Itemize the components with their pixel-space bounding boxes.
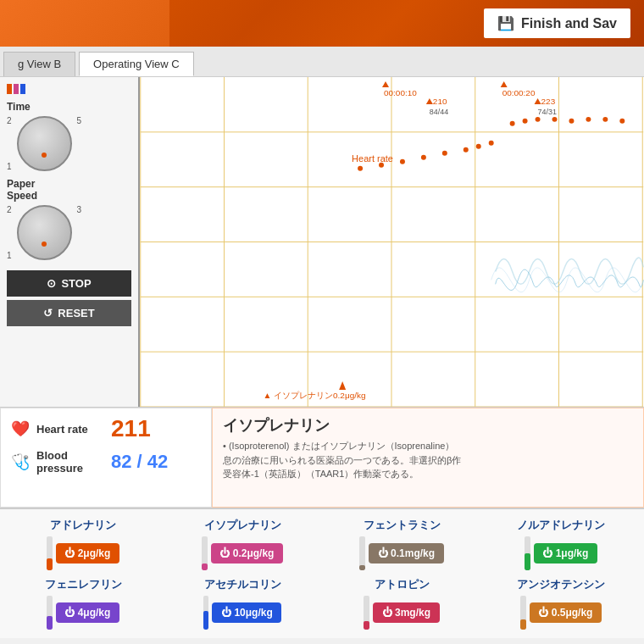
paper-speed-knob-dot <box>42 242 47 247</box>
finish-save-button[interactable]: 💾 Finish and Sav <box>484 8 630 38</box>
info-section: ❤️ Heart rate 211 🩺 Bloodpressure 82 / 4… <box>0 408 644 509</box>
svg-point-28 <box>442 151 447 156</box>
svg-text:00:00:10: 00:00:10 <box>384 88 417 97</box>
drug-info-panel: イソプレナリン • (Isoproterenol) またはイソプレナリン（Iso… <box>212 408 644 508</box>
drug-button-1[interactable]: ⏻ 0.2μg/kg <box>211 543 283 564</box>
tab-view-b[interactable]: g View B <box>3 52 75 76</box>
svg-text:00:00:20: 00:00:20 <box>502 88 536 97</box>
svg-text:223: 223 <box>541 97 556 106</box>
tab-view-c[interactable]: Operating View C <box>79 52 194 76</box>
gauge-fill-2 <box>359 565 365 570</box>
drug-button-0[interactable]: ⏻ 2μg/kg <box>56 543 119 564</box>
svg-marker-20 <box>535 98 541 104</box>
heart-rate-value: 211 <box>111 415 151 442</box>
drug-item-3: ノルアドレナリン⏻ 1μg/kg <box>485 518 637 570</box>
svg-marker-13 <box>382 81 389 87</box>
drug-gauge-0: ⏻ 2μg/kg <box>47 536 119 570</box>
svg-point-25 <box>379 163 384 168</box>
drug-button-3[interactable]: ⏻ 1μg/kg <box>534 543 597 564</box>
controls-panel: Time 2 1 5 PaperSpeed 2 1 3 <box>0 77 140 407</box>
reset-button[interactable]: ↺ RESET <box>7 300 131 326</box>
svg-marker-40 <box>339 381 346 390</box>
save-icon: 💾 <box>497 15 514 31</box>
blood-pressure-row: 🩺 Bloodpressure 82 / 42 <box>11 449 201 475</box>
svg-point-30 <box>476 144 481 149</box>
bp-icon: 🩺 <box>11 452 30 471</box>
drug-info-desc2: 受容体-1（英語版）（TAAR1）作動薬である。 <box>223 467 633 481</box>
drug-info-subtitle: • (Isoproterenol) またはイソプレナリン（Isoprenalin… <box>223 439 633 453</box>
drug-subtitle-bullet: • <box>223 441 229 451</box>
vitals-panel: ❤️ Heart rate 211 🩺 Bloodpressure 82 / 4… <box>0 408 212 508</box>
drugs-section: アドレナリン⏻ 2μg/kgイソプレナリン⏻ 0.2μg/kgフェントラミン⏻ … <box>0 509 644 638</box>
gauge-bar-7 <box>520 596 526 630</box>
drug-item-4: フェニレフリン⏻ 4μg/kg <box>7 577 159 630</box>
svg-text:▲ イソプレナリン0.2μg/kg: ▲ イソプレナリン0.2μg/kg <box>263 391 365 400</box>
reset-icon: ↺ <box>43 307 53 319</box>
tabs-bar: g View B Operating View C <box>0 47 644 77</box>
main-area: Time 2 1 5 PaperSpeed 2 1 3 <box>0 77 644 408</box>
svg-point-37 <box>586 117 591 122</box>
svg-point-26 <box>400 159 405 164</box>
chart-area: 00:00:10 00:00:20 210 84/44 223 74/31 He… <box>140 77 644 407</box>
gauge-bar-6 <box>364 596 369 630</box>
gauge-bar-2 <box>359 536 365 570</box>
drug-info-title: イソプレナリン <box>223 415 633 436</box>
drug-item-0: アドレナリン⏻ 2μg/kg <box>7 518 159 570</box>
svg-point-39 <box>619 119 625 124</box>
gauge-bar-3 <box>525 536 530 570</box>
svg-text:Heart rate: Heart rate <box>352 153 393 164</box>
gauge-bar-4 <box>47 596 53 630</box>
svg-point-27 <box>421 155 426 160</box>
drug-button-5[interactable]: ⏻ 10μg/kg <box>212 602 281 623</box>
drug-gauge-5: ⏻ 10μg/kg <box>203 596 282 630</box>
drug-name-5: アセチルコリン <box>204 577 281 592</box>
gauge-fill-1 <box>202 564 208 570</box>
drug-info-desc1: 息の治療に用いられる医薬品の一つである。非選択的β作 <box>223 453 633 468</box>
svg-point-33 <box>523 119 528 124</box>
drug-gauge-3: ⏻ 1μg/kg <box>525 536 597 570</box>
drug-item-7: アンジオテンシン⏻ 0.5μg/kg <box>485 577 637 630</box>
gauge-fill-7 <box>520 619 526 630</box>
paper-speed-scale-right: 3 <box>77 205 82 260</box>
svg-marker-15 <box>501 81 508 87</box>
heart-rate-row: ❤️ Heart rate 211 <box>11 415 201 442</box>
svg-point-24 <box>358 166 363 171</box>
drug-button-6[interactable]: ⏻ 3mg/kg <box>373 602 440 623</box>
heart-icon: ❤️ <box>11 419 30 438</box>
drug-button-2[interactable]: ⏻ 0.1mg/kg <box>369 543 443 564</box>
svg-text:84/44: 84/44 <box>430 108 448 116</box>
drug-item-5: アセチルコリン⏻ 10μg/kg <box>166 577 319 630</box>
blood-pressure-label: Bloodpressure <box>36 449 104 475</box>
svg-text:74/31: 74/31 <box>538 108 557 116</box>
paper-speed-knob[interactable] <box>17 205 72 260</box>
gauge-fill-6 <box>364 621 369 630</box>
heart-rate-label: Heart rate <box>36 423 104 436</box>
svg-point-32 <box>510 121 515 126</box>
drug-name-6: アトロピン <box>375 577 430 592</box>
gauge-bar-1 <box>202 536 208 570</box>
gauge-fill-4 <box>47 616 53 630</box>
finish-save-label: Finish and Sav <box>521 16 617 31</box>
gauge-bar-0 <box>47 536 53 570</box>
svg-point-35 <box>552 117 558 122</box>
time-knob-row: 2 1 5 <box>7 116 131 171</box>
svg-point-34 <box>536 117 541 122</box>
time-knob[interactable] <box>17 116 72 171</box>
time-scale-right: 5 <box>77 116 82 171</box>
drug-button-4[interactable]: ⏻ 4μg/kg <box>56 602 119 623</box>
svg-point-38 <box>602 117 608 122</box>
drug-gauge-7: ⏻ 0.5μg/kg <box>520 596 602 630</box>
svg-point-36 <box>569 119 574 124</box>
drug-name-2: フェントラミン <box>364 518 441 533</box>
svg-point-31 <box>489 141 494 146</box>
stop-button[interactable]: ⊙ STOP <box>7 270 131 297</box>
paper-speed-scale-left: 2 1 <box>7 205 12 260</box>
drug-item-1: イソプレナリン⏻ 0.2μg/kg <box>166 518 319 570</box>
paper-speed-label: PaperSpeed <box>7 178 131 202</box>
gauge-fill-5 <box>203 611 209 630</box>
drug-gauge-6: ⏻ 3mg/kg <box>364 596 439 630</box>
drug-name-3: ノルアドレナリン <box>517 518 605 533</box>
paper-speed-knob-row: 2 1 3 <box>7 205 131 260</box>
time-knob-dot <box>42 153 47 158</box>
drug-button-7[interactable]: ⏻ 0.5μg/kg <box>530 602 602 623</box>
